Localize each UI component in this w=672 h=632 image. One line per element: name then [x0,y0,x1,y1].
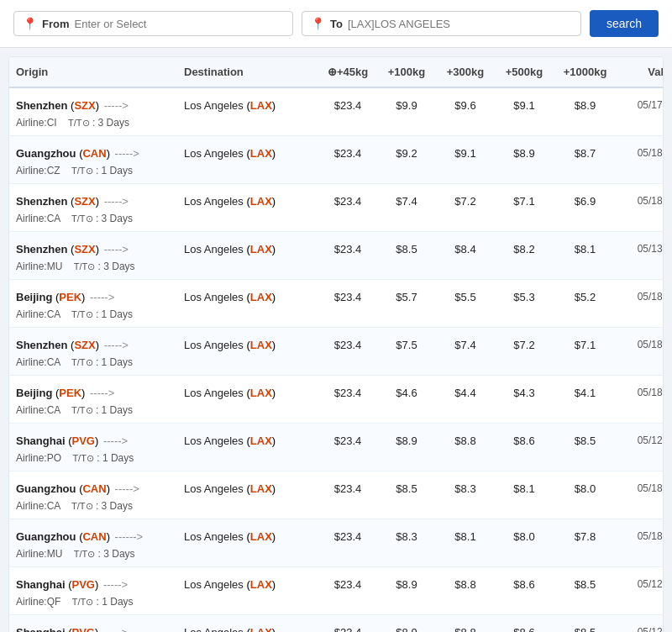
origin-code: SZX [74,339,95,351]
price-45: $23.4 [318,99,377,112]
table-row: Shenzhen (SZX) -----> Los Angeles (LAX) … [9,232,663,280]
from-input[interactable] [75,18,284,30]
origin-cell: Shanghai (PVG) -----> [16,578,184,591]
airline-code: CZ [47,165,60,176]
table-header: Origin Destination ⊕+45kg +100kg +300kg … [9,57,663,88]
arrow: -----> [90,291,114,303]
dest-city: Los Angeles [184,195,244,208]
col-45kg: ⊕+45kg [318,66,377,78]
col-destination: Destination [184,66,318,78]
table-row: Shenzhen (SZX) -----> Los Angeles (LAX) … [9,184,663,232]
price-45: $23.4 [318,387,377,399]
dest-cell: Los Angeles (LAX) [184,387,318,399]
col-100kg: +100kg [377,66,436,78]
dest-city: Los Angeles [184,387,244,399]
origin-city: Guangzhou [16,147,76,160]
transit-info: T/T⊙ [71,501,93,511]
price-500: $8.9 [495,147,554,160]
col-500kg: +500kg [495,66,554,78]
dest-code: LAX [250,530,272,543]
origin-city: Shenzhen [16,243,67,255]
price-100: $7.5 [377,339,436,351]
price-300: $7.4 [436,339,495,351]
arrow: ------> [115,530,144,543]
origin-cell: Shanghai (PVG) -----> [16,434,184,447]
from-field[interactable]: 📍 From [13,11,293,36]
transit-info: T/T⊙ [71,405,93,415]
days-colon: : [97,452,102,464]
price-100: $4.6 [377,387,436,399]
dest-cell: Los Angeles (LAX) [184,243,318,255]
origin-paren2: ) [81,291,85,303]
dest-code: LAX [250,626,272,633]
dest-code: LAX [250,195,272,208]
dest-city: Los Angeles [184,243,244,255]
origin-cell: Guangzhou (CAN) ------> [16,530,184,543]
dest-code: LAX [250,99,272,112]
row-sub: Airline:CA T/T⊙ : 3 Days [9,500,663,519]
airline-code: CA [47,500,60,512]
price-500: $8.6 [495,578,554,591]
validity: 05/18 - 05/31 [617,195,664,207]
price-100: $8.9 [377,434,436,447]
airline-label: Airline: [16,596,47,608]
dest-paren2: ) [272,482,276,495]
dest-paren2: ) [272,434,276,447]
dest-paren2: ) [272,291,276,303]
transit-info: T/T⊙ [74,549,96,559]
dest-code: LAX [250,434,272,447]
validity: 05/18 - 05/31 [617,530,664,542]
to-field[interactable]: 📍 To [302,11,581,36]
dest-paren2: ) [272,339,276,351]
dest-city: Los Angeles [184,578,244,591]
freight-table: Origin Destination ⊕+45kg +100kg +300kg … [8,56,664,632]
to-input[interactable] [348,18,572,30]
price-100: $8.5 [377,243,436,255]
days-value: 3 Days [102,500,133,512]
validity: 05/18 - 05/31 [617,387,664,398]
days-value: 3 Days [103,548,134,560]
dest-paren2: ) [272,195,276,208]
price-500: $8.2 [495,243,554,255]
origin-city: Beijing [16,291,52,303]
price-300: $8.4 [436,243,495,255]
airline-code: PO [47,452,61,464]
airline-label: Airline: [16,500,47,512]
transit-info: T/T⊙ [68,118,90,128]
table-row: Shenzhen (SZX) -----> Los Angeles (LAX) … [9,328,663,376]
dest-cell: Los Angeles (LAX) [184,530,318,543]
price-500: $8.1 [495,482,554,495]
dest-city: Los Angeles [184,147,244,160]
table-row: Shanghai (PVG) -----> Los Angeles (LAX) … [9,567,663,615]
transit-info: T/T⊙ [71,309,93,319]
dest-code: LAX [250,147,272,160]
price-300: $5.5 [436,291,495,303]
days-value: 3 Days [98,117,129,129]
arrow: -----> [104,195,129,208]
col-origin: Origin [16,66,184,78]
origin-paren2: ) [107,530,110,543]
table-row: Guangzhou (CAN) -----> Los Angeles (LAX)… [9,471,663,519]
days-value: 1 Days [102,356,133,368]
dest-city: Los Angeles [184,291,244,303]
price-1000: $8.5 [554,434,617,447]
days-colon: : [92,117,98,129]
transit-info: T/T⊙ [71,166,93,176]
origin-code: SZX [74,243,95,255]
origin-city: Guangzhou [16,482,76,495]
airline-label: Airline: [16,213,47,224]
row-sub: Airline:MU T/T⊙ : 3 Days [9,548,663,566]
origin-paren2: ) [95,578,98,591]
transit-info: T/T⊙ [71,213,93,224]
origin-code: CAN [82,482,106,495]
price-45: $23.4 [318,291,377,303]
origin-city: Shanghai [16,578,66,591]
dest-code: LAX [250,339,272,351]
origin-code: PVG [71,434,94,447]
price-300: $7.2 [436,195,495,208]
search-button[interactable]: search [590,10,659,37]
validity: 05/18 - 05/31 [617,482,664,494]
origin-cell: Shenzhen (SZX) -----> [16,339,184,351]
dest-city: Los Angeles [184,339,244,351]
airline-code: QF [47,596,61,608]
